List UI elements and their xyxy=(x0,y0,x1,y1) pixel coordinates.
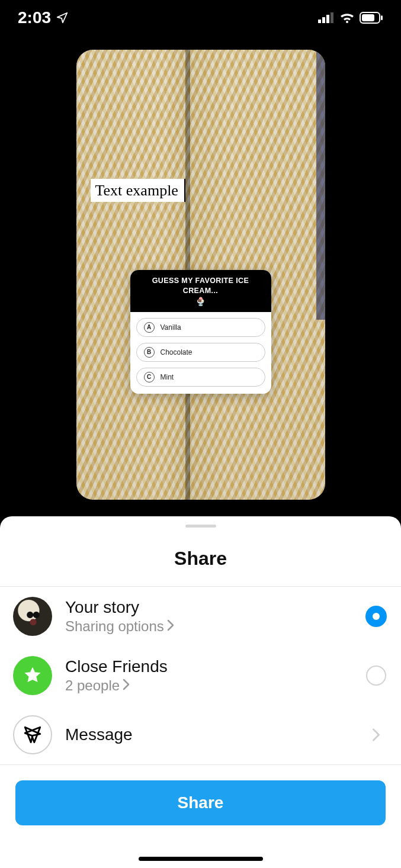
row-body: Close Friends 2 people xyxy=(65,657,351,694)
radio-selected-icon xyxy=(365,606,387,627)
row-radio[interactable] xyxy=(364,606,388,627)
quiz-option-label: Chocolate xyxy=(161,348,193,356)
cellular-icon xyxy=(318,12,335,23)
share-row-message[interactable]: Message xyxy=(0,705,401,764)
share-options-list: Your story Sharing options xyxy=(0,586,401,765)
quiz-option-b[interactable]: B Chocolate xyxy=(136,343,265,362)
location-icon xyxy=(56,11,69,24)
quiz-title: GUESS MY FAVORITE ICE CREAM... 🍨 xyxy=(130,270,271,312)
share-sheet: Share Your story Sharing options xyxy=(0,516,401,868)
phone-screen: 2:03 Text example GUESS MY FAVORITE ICE … xyxy=(0,0,401,868)
row-radio[interactable] xyxy=(364,666,388,686)
quiz-option-letter: B xyxy=(144,347,155,358)
svg-rect-3 xyxy=(331,12,333,23)
quiz-sticker[interactable]: GUESS MY FAVORITE ICE CREAM... 🍨 A Vanil… xyxy=(130,270,271,394)
status-left: 2:03 xyxy=(18,8,69,27)
svg-rect-6 xyxy=(381,15,383,20)
quiz-option-a[interactable]: A Vanilla xyxy=(136,318,265,337)
quiz-option-label: Mint xyxy=(161,373,174,381)
svg-rect-2 xyxy=(326,15,329,23)
row-subtitle-text: Sharing options xyxy=(65,618,164,635)
row-subtitle-text: 2 people xyxy=(65,677,120,694)
quiz-option-letter: C xyxy=(144,372,155,382)
sheet-title: Share xyxy=(0,548,401,570)
story-text-overlay[interactable]: Text example xyxy=(91,179,185,202)
svg-rect-5 xyxy=(362,14,374,21)
ice-cream-icon: 🍨 xyxy=(136,296,265,307)
status-bar: 2:03 xyxy=(0,0,401,36)
row-subtitle[interactable]: Sharing options xyxy=(65,618,351,635)
close-friends-icon xyxy=(13,656,52,695)
battery-icon xyxy=(360,12,383,24)
svg-rect-1 xyxy=(322,17,325,23)
quiz-options: A Vanilla B Chocolate C Mint xyxy=(130,312,271,394)
row-title: Message xyxy=(65,725,351,744)
quiz-option-letter: A xyxy=(144,322,155,333)
message-icon xyxy=(13,715,52,754)
row-subtitle[interactable]: 2 people xyxy=(65,677,351,694)
chevron-right-icon xyxy=(122,677,130,694)
quiz-option-c[interactable]: C Mint xyxy=(136,368,265,387)
status-time: 2:03 xyxy=(18,8,51,27)
row-body: Your story Sharing options xyxy=(65,598,351,635)
home-indicator[interactable] xyxy=(139,857,263,861)
story-preview[interactable]: Text example GUESS MY FAVORITE ICE CREAM… xyxy=(76,50,325,500)
share-button[interactable]: Share xyxy=(15,780,386,825)
status-right xyxy=(318,12,383,24)
row-body: Message xyxy=(65,725,351,744)
quiz-option-label: Vanilla xyxy=(161,323,181,332)
avatar xyxy=(13,597,52,636)
share-row-your-story[interactable]: Your story Sharing options xyxy=(0,587,401,646)
quiz-title-text: GUESS MY FAVORITE ICE CREAM... xyxy=(152,277,249,295)
radio-unselected-icon xyxy=(366,666,386,686)
row-title: Your story xyxy=(65,598,351,617)
chevron-right-icon xyxy=(166,618,175,635)
share-row-close-friends[interactable]: Close Friends 2 people xyxy=(0,646,401,705)
row-title: Close Friends xyxy=(65,657,351,676)
sheet-grabber[interactable] xyxy=(185,525,216,528)
svg-rect-0 xyxy=(318,20,321,23)
wifi-icon xyxy=(339,12,355,24)
chevron-right-icon xyxy=(364,727,388,742)
